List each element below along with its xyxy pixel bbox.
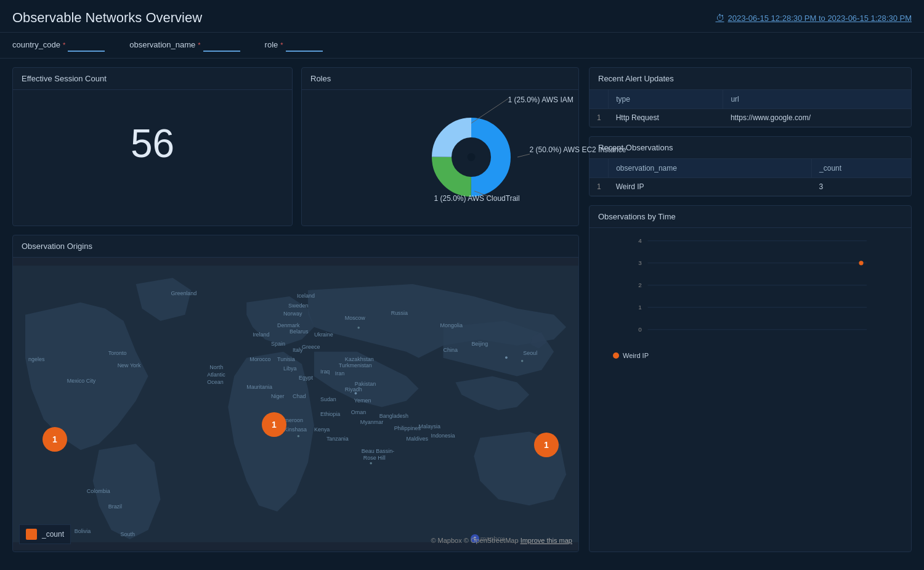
label-aws-cloudtrail: 1 (25.0%) AWS CloudTrail — [434, 194, 520, 203]
filter-input-role[interactable] — [286, 39, 323, 52]
svg-text:Belarus: Belarus — [290, 328, 309, 335]
recent-observations-panel: Recent Observations observation_name _co… — [589, 136, 912, 197]
y-label-0: 0 — [638, 326, 642, 333]
svg-text:Kenya: Kenya — [314, 426, 330, 433]
svg-text:Norway: Norway — [283, 311, 302, 317]
time-chart-svg: 4 3 2 1 0 — [598, 234, 902, 345]
filter-input-country[interactable] — [68, 39, 105, 52]
svg-text:Riyadh: Riyadh — [345, 386, 362, 393]
recent-alerts-title: Recent Alert Updates — [590, 68, 911, 90]
header: Observable Networks Overview ⏱ 2023-06-1… — [0, 0, 924, 33]
session-count-title: Effective Session Count — [13, 68, 292, 90]
filter-label-obs: observation_name — [129, 40, 195, 49]
svg-text:Malaysia: Malaysia — [419, 423, 440, 430]
observations-by-time-panel: Observations by Time 4 3 2 1 0 — [589, 205, 912, 552]
y-label-4: 4 — [638, 237, 642, 244]
svg-text:Indonesia: Indonesia — [431, 433, 455, 439]
legend-dot — [613, 352, 619, 359]
filters-bar: country_code * observation_name * role * — [0, 33, 924, 59]
svg-text:Brazil: Brazil — [108, 503, 122, 510]
data-point — [859, 261, 863, 265]
alerts-table-container: type url 1 Http Request https://www.goog… — [590, 90, 911, 127]
chart-legend-label: Weird IP — [623, 352, 649, 359]
map-marker-us[interactable]: 1 — [43, 427, 67, 452]
map-attribution: © Mapbox © OpenStreetMap Improve this ma… — [431, 537, 572, 544]
svg-text:Chad: Chad — [293, 393, 306, 399]
filter-observation-name: observation_name * — [129, 39, 240, 52]
svg-text:Atlantic: Atlantic — [207, 372, 225, 378]
time-range[interactable]: ⏱ 2023-06-15 12:28:30 PM to 2023-06-15 1… — [716, 13, 912, 23]
obs-table-container: observation_name _count 1 Weird IP 3 — [590, 159, 911, 196]
clock-icon: ⏱ — [716, 13, 724, 23]
filter-label-country: country_code — [12, 40, 60, 49]
svg-text:Bolivia: Bolivia — [75, 528, 91, 534]
svg-text:●: ● — [357, 325, 360, 330]
svg-point-4 — [467, 153, 475, 161]
svg-text:●: ● — [505, 354, 508, 360]
svg-text:Mauritania: Mauritania — [246, 384, 272, 390]
svg-text:Maldives: Maldives — [407, 436, 429, 442]
obs-col-index — [590, 159, 609, 178]
top-panels: Effective Session Count 56 Roles — [12, 67, 579, 226]
map-background: Toronto New York ngeles Mexico City Denm… — [13, 258, 578, 550]
svg-text:North: North — [209, 364, 223, 370]
svg-text:●: ● — [370, 460, 373, 466]
svg-text:New York: New York — [118, 362, 141, 368]
svg-text:Tanzania: Tanzania — [326, 436, 349, 442]
svg-text:Russia: Russia — [391, 310, 408, 316]
donut-chart — [422, 108, 521, 206]
page-title: Observable Networks Overview — [12, 10, 202, 26]
chart-legend: Weird IP — [598, 352, 902, 359]
filter-label-role: role — [265, 40, 278, 49]
obs-row-index: 1 — [590, 178, 609, 196]
obs-row-count: 3 — [812, 178, 911, 196]
recent-obs-title: Recent Observations — [590, 137, 911, 159]
svg-text:Sweden: Sweden — [288, 303, 308, 309]
left-column: Effective Session Count 56 Roles — [12, 67, 579, 552]
svg-text:China: China — [443, 347, 457, 353]
session-count-panel: Effective Session Count 56 — [12, 67, 293, 226]
svg-text:Ethiopia: Ethiopia — [320, 411, 340, 417]
svg-text:Oman: Oman — [351, 409, 366, 415]
svg-text:Libya: Libya — [283, 365, 296, 372]
svg-text:Ocean: Ocean — [207, 379, 223, 385]
world-map-svg: Toronto New York ngeles Mexico City Denm… — [13, 258, 578, 550]
label-aws-iam: 1 (25.0%) AWS IAM — [508, 96, 573, 104]
y-label-3: 3 — [638, 259, 642, 266]
svg-text:Rose Hill: Rose Hill — [363, 455, 386, 461]
filter-input-obs[interactable] — [203, 39, 240, 52]
svg-text:Denmark: Denmark — [277, 322, 300, 328]
roles-content: 1 (25.0%) AWS IAM 2 (50.0%) AWS EC2 Inst… — [302, 90, 578, 224]
svg-text:Kazakhstan: Kazakhstan — [345, 356, 374, 362]
alerts-col-index — [590, 90, 609, 109]
svg-text:Niger: Niger — [271, 393, 284, 399]
table-row: 1 Http Request https://www.google.com/ — [590, 109, 911, 127]
map-panel: Observation Origins — [12, 235, 579, 552]
svg-text:South: South — [121, 531, 135, 537]
right-column: Recent Alert Updates type url 1 Http Req… — [579, 67, 912, 552]
alert-row-index: 1 — [590, 109, 609, 127]
roles-title: Roles — [302, 68, 578, 90]
label-aws-ec2: 2 (50.0%) AWS EC2 Instance — [530, 145, 626, 155]
alerts-table: type url 1 Http Request https://www.goog… — [590, 90, 911, 127]
improve-map-link[interactable]: Improve this map — [521, 537, 572, 544]
svg-text:Colombia: Colombia — [87, 488, 110, 494]
svg-text:Beijing: Beijing — [471, 341, 488, 347]
svg-text:Turkmenistan: Turkmenistan — [339, 362, 372, 368]
legend-color-box — [26, 529, 37, 540]
map-marker-europe[interactable]: 1 — [262, 412, 286, 437]
map-marker-asia[interactable]: 1 — [534, 433, 559, 457]
svg-text:Ireland: Ireland — [253, 332, 269, 338]
svg-text:Toronto: Toronto — [108, 350, 127, 356]
legend-label: _count — [42, 530, 64, 539]
svg-text:Greenland: Greenland — [171, 290, 197, 296]
obs-col-count: _count — [812, 159, 911, 178]
svg-text:Morocco: Morocco — [249, 356, 270, 362]
svg-text:Yemen: Yemen — [354, 397, 371, 404]
filter-country-code: country_code * — [12, 39, 105, 52]
y-label-2: 2 — [638, 282, 642, 288]
svg-text:Greece: Greece — [302, 344, 320, 350]
svg-text:Kinshasa: Kinshasa — [284, 426, 307, 433]
svg-text:●: ● — [521, 358, 524, 364]
alert-row-url: https://www.google.com/ — [723, 109, 911, 127]
